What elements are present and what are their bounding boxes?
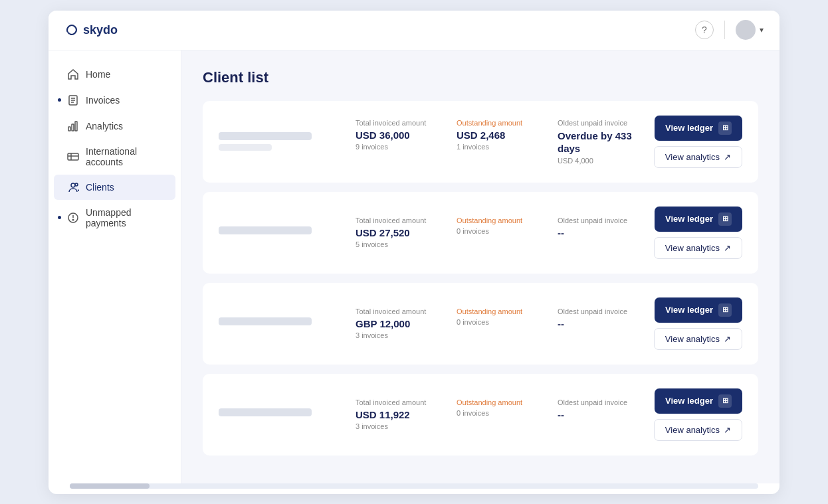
total-invoiced-label: Total invoiced amount xyxy=(356,119,435,127)
outstanding-value: 0 invoices xyxy=(457,409,536,417)
svg-rect-7 xyxy=(68,153,78,160)
client-card: Total invoiced amount GBP 12,000 3 invoi… xyxy=(203,283,758,365)
total-invoiced-label: Total invoiced amount xyxy=(356,216,435,224)
view-ledger-label: View ledger xyxy=(665,123,713,133)
stat-oldest-invoice: Oldest unpaid invoice -- xyxy=(558,216,637,238)
scrollbar-track[interactable] xyxy=(70,483,758,489)
logo-icon xyxy=(64,23,79,37)
client-name-col xyxy=(219,408,345,420)
stat-outstanding: Outstanding amount USD 2,468 1 invoices xyxy=(457,119,536,151)
view-analytics-label: View analytics xyxy=(665,243,720,253)
view-ledger-button[interactable]: View ledger⊞ xyxy=(655,207,742,232)
oldest-invoice-label: Oldest unpaid invoice xyxy=(558,119,643,127)
view-ledger-button[interactable]: View ledger⊞ xyxy=(655,116,742,141)
client-actions: View ledger⊞View analytics↗ xyxy=(654,297,742,350)
trend-icon: ↗ xyxy=(724,152,731,162)
outstanding-label: Outstanding amount xyxy=(457,307,536,315)
view-analytics-button[interactable]: View analytics↗ xyxy=(654,328,742,350)
stat-outstanding: Outstanding amount 0 invoices xyxy=(457,307,536,326)
view-ledger-label: View ledger xyxy=(665,214,713,224)
oldest-invoice-label: Oldest unpaid invoice xyxy=(558,216,637,224)
international-icon xyxy=(67,151,79,163)
client-stats: Total invoiced amount USD 11,922 3 invoi… xyxy=(356,398,643,430)
view-analytics-label: View analytics xyxy=(665,152,720,162)
oldest-invoice-label: Oldest unpaid invoice xyxy=(558,307,637,315)
outstanding-label: Outstanding amount xyxy=(457,119,536,127)
view-ledger-button[interactable]: View ledger⊞ xyxy=(655,388,742,414)
main-layout: Home Invoices xyxy=(49,50,779,483)
client-stats: Total invoiced amount GBP 12,000 3 invoi… xyxy=(356,307,643,339)
logo: skydo xyxy=(64,23,118,37)
outstanding-value: 0 invoices xyxy=(457,227,536,235)
client-actions: View ledger⊞View analytics↗ xyxy=(654,207,742,259)
stat-total-invoiced: Total invoiced amount USD 27,520 5 invoi… xyxy=(356,216,435,248)
total-invoiced-value: USD 27,520 xyxy=(356,227,435,238)
sidebar: Home Invoices xyxy=(49,50,181,483)
client-actions: View ledger⊞View analytics↗ xyxy=(654,116,742,168)
svg-point-10 xyxy=(71,183,75,187)
chevron-down-icon: ▾ xyxy=(760,25,764,35)
outstanding-value: USD 2,468 xyxy=(457,129,536,141)
oldest-invoice-sub: USD 4,000 xyxy=(558,157,643,165)
page-title: Client list xyxy=(203,69,758,86)
view-analytics-button[interactable]: View analytics↗ xyxy=(654,419,742,441)
svg-rect-6 xyxy=(75,122,77,131)
invoices-icon xyxy=(67,94,79,106)
client-stats: Total invoiced amount USD 36,000 9 invoi… xyxy=(356,119,643,165)
help-button[interactable]: ? xyxy=(695,21,714,39)
svg-rect-4 xyxy=(68,127,70,131)
client-card: Total invoiced amount USD 27,520 5 invoi… xyxy=(203,192,758,274)
clients-icon xyxy=(67,181,79,193)
topbar: skydo ? ▾ xyxy=(49,11,779,50)
client-name-col xyxy=(219,317,345,329)
client-card: Total invoiced amount USD 36,000 9 invoi… xyxy=(203,101,758,183)
svg-rect-5 xyxy=(72,124,74,131)
topbar-right: ? ▾ xyxy=(695,20,764,40)
view-analytics-button[interactable]: View analytics↗ xyxy=(654,237,742,259)
ledger-icon: ⊞ xyxy=(718,122,732,135)
total-invoiced-count: 3 invoices xyxy=(356,422,435,430)
client-name-col xyxy=(219,132,345,151)
oldest-invoice-value: Overdue by 433 days xyxy=(558,129,643,155)
trend-icon: ↗ xyxy=(724,243,731,253)
sidebar-item-analytics[interactable]: Analytics xyxy=(54,114,175,139)
svg-point-11 xyxy=(75,183,78,186)
client-actions: View ledger⊞View analytics↗ xyxy=(654,388,742,441)
oldest-invoice-value: -- xyxy=(558,227,637,238)
ledger-icon: ⊞ xyxy=(718,394,732,408)
client-name-blurred-2 xyxy=(219,144,272,151)
stat-outstanding: Outstanding amount 0 invoices xyxy=(457,398,536,417)
total-invoiced-value: GBP 12,000 xyxy=(356,318,435,329)
sidebar-item-home[interactable]: Home xyxy=(54,62,175,87)
view-analytics-label: View analytics xyxy=(665,425,720,435)
outstanding-count: 1 invoices xyxy=(457,143,536,151)
client-card: Total invoiced amount USD 11,922 3 invoi… xyxy=(203,374,758,456)
ledger-icon: ⊞ xyxy=(718,212,732,226)
view-analytics-label: View analytics xyxy=(665,334,720,344)
client-name-col xyxy=(219,226,345,238)
stat-total-invoiced: Total invoiced amount GBP 12,000 3 invoi… xyxy=(356,307,435,339)
sidebar-item-unmapped-payments[interactable]: Unmapped payments xyxy=(54,201,175,235)
view-analytics-button[interactable]: View analytics↗ xyxy=(654,146,742,168)
oldest-invoice-value: -- xyxy=(558,318,637,329)
total-invoiced-count: 9 invoices xyxy=(356,143,435,151)
view-ledger-button[interactable]: View ledger⊞ xyxy=(655,297,742,323)
outstanding-value: 0 invoices xyxy=(457,318,536,326)
oldest-invoice-label: Oldest unpaid invoice xyxy=(558,398,637,406)
user-menu-button[interactable]: ▾ xyxy=(736,20,764,40)
unmapped-icon xyxy=(67,212,79,224)
scrollbar-thumb[interactable] xyxy=(70,483,150,489)
analytics-icon xyxy=(67,120,79,132)
stat-oldest-invoice: Oldest unpaid invoice -- xyxy=(558,307,637,329)
sidebar-item-international-accounts[interactable]: International accounts xyxy=(54,139,175,174)
client-name-blurred xyxy=(219,226,312,234)
oldest-invoice-value: -- xyxy=(558,409,637,420)
client-stats: Total invoiced amount USD 27,520 5 invoi… xyxy=(356,216,643,248)
sidebar-item-clients[interactable]: Clients xyxy=(54,175,175,200)
sidebar-item-invoices[interactable]: Invoices xyxy=(54,88,175,113)
stat-total-invoiced: Total invoiced amount USD 11,922 3 invoi… xyxy=(356,398,435,430)
client-name-blurred xyxy=(219,317,312,325)
dot-indicator-2 xyxy=(58,216,61,219)
view-ledger-label: View ledger xyxy=(665,305,713,315)
app-window: skydo ? ▾ Home xyxy=(49,11,779,494)
